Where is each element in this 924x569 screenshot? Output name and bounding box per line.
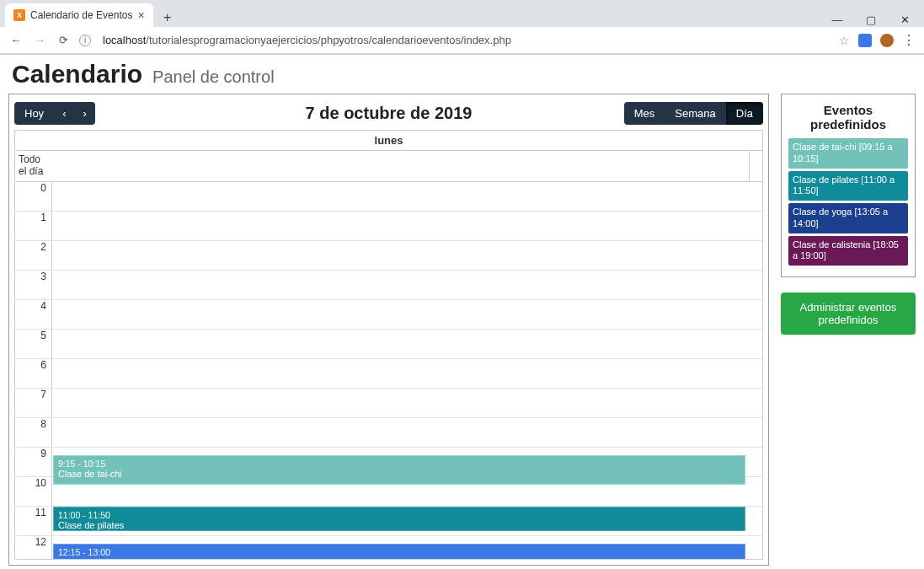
preset-events-list: Clase de tai-chi [09:15 a 10:15]Clase de…	[788, 138, 908, 266]
calendar-event[interactable]: 9:15 - 10:15Clase de tai-chi	[53, 455, 745, 485]
address-bar: ← → ⟳ i localhost/tutorialesprogramacion…	[0, 27, 924, 54]
allday-label: Todo el día	[15, 151, 52, 181]
bookmark-star-icon[interactable]: ☆	[839, 34, 850, 47]
browser-menu-icon[interactable]: ⋮	[902, 36, 916, 45]
preset-event-item[interactable]: Clase de calistenia [18:05 a 19:00]	[788, 236, 908, 266]
hour-label: 8	[15, 418, 52, 447]
url-path: /tutorialesprogramacionyaejercicios/phpy…	[146, 34, 511, 46]
hour-label: 4	[15, 300, 52, 329]
minimize-icon[interactable]: —	[830, 12, 845, 27]
hour-label: 12	[15, 536, 52, 559]
hour-label: 10	[15, 477, 52, 506]
week-view-button[interactable]: Semana	[665, 102, 725, 125]
nav-forward-icon: →	[32, 33, 47, 48]
calendar-toolbar: Hoy ‹ › 7 de octubre de 2019 Mes Semana …	[14, 99, 763, 126]
hour-label: 7	[15, 389, 52, 417]
tab-strip: X Calendario de Eventos × + — ▢ ✕	[0, 0, 924, 27]
hour-label: 9	[15, 448, 52, 476]
url-field[interactable]: localhost/tutorialesprogramacionyaejerci…	[99, 31, 831, 49]
preset-event-item[interactable]: Clase de tai-chi [09:15 a 10:15]	[788, 138, 908, 169]
view-button-group: Mes Semana Día	[624, 102, 763, 125]
event-time: 11:00 - 11:50	[58, 510, 740, 520]
nav-back-icon[interactable]: ←	[8, 33, 24, 48]
calendar-grid[interactable]: 012345678910111213141516171819202122239:…	[15, 182, 762, 559]
page-subtitle: Panel de control	[152, 67, 275, 87]
today-button[interactable]: Hoy	[14, 102, 54, 125]
tab-title: Calendario de Eventos	[30, 9, 132, 21]
day-view-button[interactable]: Día	[726, 102, 763, 125]
events-layer: 9:15 - 10:15Clase de tai-chi11:00 - 11:5…	[53, 182, 762, 559]
next-button[interactable]: ›	[74, 102, 94, 125]
site-info-icon[interactable]: i	[79, 35, 91, 46]
event-time: 12:15 - 13:00	[58, 547, 740, 557]
hour-label: 0	[15, 182, 52, 211]
maximize-icon[interactable]: ▢	[863, 12, 879, 27]
preset-event-item[interactable]: Clase de pilates [11:00 a 11:50]	[788, 171, 908, 201]
admin-events-button[interactable]: Administrar eventos predefinidos	[781, 293, 916, 335]
tab-close-icon[interactable]: ×	[137, 8, 144, 22]
preset-event-item[interactable]: Clase de yoga [13:05 a 14:00]	[788, 203, 908, 234]
nav-button-group: Hoy ‹ ›	[14, 102, 95, 125]
extension-icon[interactable]	[858, 34, 872, 47]
window-controls: — ▢ ✕	[830, 7, 924, 27]
browser-chrome: X Calendario de Eventos × + — ▢ ✕ ← → ⟳ …	[0, 0, 924, 55]
event-title: Clase de tai-chi	[58, 469, 740, 479]
calendar-panel: Hoy ‹ › 7 de octubre de 2019 Mes Semana …	[8, 94, 769, 566]
new-tab-button[interactable]: +	[158, 8, 177, 27]
close-window-icon[interactable]: ✕	[897, 12, 912, 27]
hour-label: 2	[15, 241, 52, 270]
hour-label: 3	[15, 271, 52, 299]
url-host: localhost	[103, 34, 146, 46]
allday-slot[interactable]	[52, 151, 749, 181]
hour-label: 5	[15, 330, 52, 358]
scroll-gutter	[749, 151, 762, 181]
preset-events-panel: Eventos predefinidos Clase de tai-chi [0…	[781, 94, 916, 277]
hour-label: 1	[15, 212, 52, 240]
hour-label: 6	[15, 359, 52, 388]
prev-button[interactable]: ‹	[54, 102, 74, 125]
favicon-icon: X	[13, 9, 25, 21]
allday-row: Todo el día	[15, 151, 762, 182]
reload-icon[interactable]: ⟳	[56, 33, 71, 48]
month-view-button[interactable]: Mes	[624, 102, 665, 125]
preset-events-title: Eventos predefinidos	[788, 103, 908, 132]
calendar-body: lunes Todo el día 0123456789101112131415…	[14, 130, 763, 560]
profile-avatar-icon[interactable]	[880, 34, 894, 47]
event-title: Clase de pilates	[58, 520, 740, 530]
page-title: Calendario	[12, 60, 142, 89]
calendar-event[interactable]: 11:00 - 11:50Clase de pilates	[53, 507, 745, 531]
browser-tab[interactable]: X Calendario de Eventos ×	[5, 3, 153, 27]
event-time: 9:15 - 10:15	[58, 459, 740, 469]
page-heading: Calendario Panel de control	[8, 60, 916, 89]
day-column-header: lunes	[15, 131, 762, 151]
calendar-event[interactable]: 12:15 - 13:00	[53, 544, 745, 559]
hour-label: 11	[15, 507, 52, 535]
